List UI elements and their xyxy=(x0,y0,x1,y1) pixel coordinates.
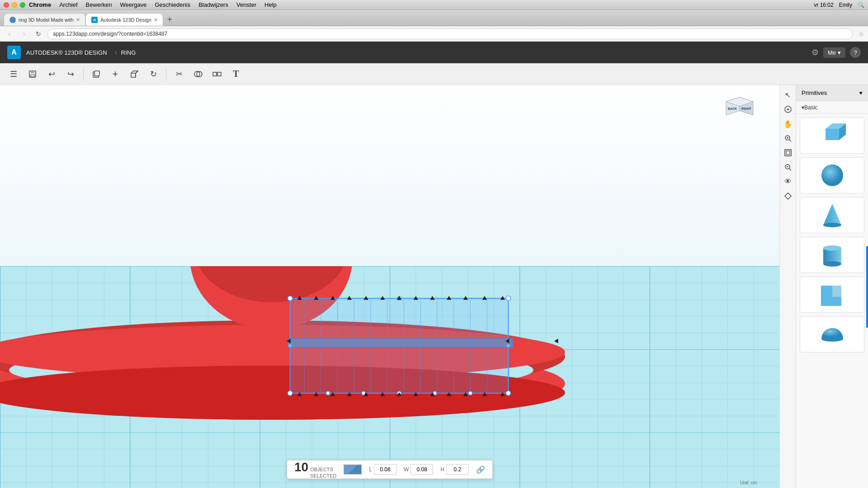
svg-point-18 xyxy=(0,366,565,420)
settings-icon[interactable]: ⚙ xyxy=(811,47,819,57)
chrome-tabs-bar: ring 3D Model Made with × A Autodesk 123… xyxy=(0,10,868,26)
app-brand: AUTODESK® 123D® DESIGN xyxy=(26,49,107,56)
combine-button[interactable] xyxy=(190,66,206,82)
svg-rect-86 xyxy=(786,151,790,155)
tab-close-ring[interactable]: × xyxy=(76,16,80,23)
tab-ring-3d[interactable]: ring 3D Model Made with × xyxy=(4,13,85,26)
section-title: Basic xyxy=(804,104,817,111)
cube-icon xyxy=(816,122,848,149)
address-bar[interactable]: apps.123dapp.com/design/?contentid=16384… xyxy=(47,28,853,39)
help-button[interactable]: ? xyxy=(850,47,861,58)
width-field: W 0.08 xyxy=(404,464,433,475)
menu-bewerken[interactable]: Bewerken xyxy=(86,1,112,8)
nav-forward-btn[interactable]: › xyxy=(18,28,30,40)
bookmark-star-icon[interactable]: ☆ xyxy=(859,30,864,38)
panel-section-basic: ▾ Basic xyxy=(796,101,868,114)
svg-rect-85 xyxy=(785,150,791,156)
tab-label-ring: ring 3D Model Made with xyxy=(19,17,74,23)
orbit-tool-btn[interactable] xyxy=(782,103,794,116)
svg-rect-9 xyxy=(217,72,221,76)
svg-line-88 xyxy=(789,169,791,170)
color-swatch[interactable] xyxy=(344,465,362,474)
length-field: L 0.08 xyxy=(369,464,396,475)
chrome-nav-bar: ‹ › ↻ apps.123dapp.com/design/?contentid… xyxy=(0,26,868,42)
canvas-area[interactable]: RIGHT BACK Unit: cm 10 OBJECTS SELECTED … xyxy=(0,85,779,488)
extrude-button[interactable] xyxy=(126,66,142,82)
panel-expand-icon[interactable]: ▾ xyxy=(859,89,863,96)
cylinder-icon xyxy=(816,241,848,268)
svg-rect-8 xyxy=(213,72,217,76)
menu-venster[interactable]: Venster xyxy=(236,1,256,8)
text-button[interactable]: T xyxy=(228,66,244,82)
tab-autodesk[interactable]: A Autodesk 123D Design × xyxy=(85,13,163,26)
unit-label: Unit: cm xyxy=(740,480,757,485)
length-value[interactable]: 0.08 xyxy=(374,464,396,475)
width-value[interactable]: 0.08 xyxy=(410,464,433,475)
menu-weergave[interactable]: Weergave xyxy=(120,1,146,8)
svg-point-98 xyxy=(823,261,841,267)
app-header: A AUTODESK® 123D® DESIGN \ RING ⚙ Me ▾ ? xyxy=(0,42,868,63)
window-controls[interactable] xyxy=(4,2,25,8)
minimize-window-btn[interactable] xyxy=(12,2,17,8)
svg-rect-4 xyxy=(94,71,99,76)
svg-rect-2 xyxy=(31,75,34,77)
svg-text:BACK: BACK xyxy=(728,107,737,110)
menu-button[interactable]: ☰ xyxy=(5,66,22,82)
mac-search-icon[interactable]: 🔍 xyxy=(858,2,864,8)
link-dimensions-icon[interactable]: 🔗 xyxy=(476,465,485,474)
primitive-cube[interactable] xyxy=(800,117,864,154)
zoom-in-tool-btn[interactable] xyxy=(782,132,794,145)
svg-point-95 xyxy=(823,223,841,227)
primitive-sphere[interactable] xyxy=(800,157,864,193)
me-button[interactable]: Me ▾ xyxy=(823,47,845,58)
header-right: ⚙ Me ▾ ? xyxy=(811,47,861,58)
url-text: apps.123dapp.com/design/?contentid=16384… xyxy=(53,31,167,37)
new-tab-btn[interactable]: + xyxy=(163,13,176,26)
objects-count: 10 xyxy=(294,460,308,474)
maximize-window-btn[interactable] xyxy=(20,2,25,8)
pan-tool-btn[interactable]: ✋ xyxy=(782,117,794,130)
material-btn[interactable] xyxy=(782,190,794,202)
copy-button[interactable] xyxy=(88,66,104,82)
viewport[interactable]: RIGHT BACK Unit: cm 10 OBJECTS SELECTED … xyxy=(0,85,779,488)
primitive-cone[interactable] xyxy=(800,197,864,233)
add-button[interactable]: + xyxy=(107,66,123,82)
objects-label: OBJECTS SELECTED xyxy=(310,467,336,479)
svg-rect-1 xyxy=(31,71,34,73)
project-name: RING xyxy=(121,49,136,56)
nav-cube[interactable]: RIGHT BACK xyxy=(722,90,758,127)
save-button[interactable] xyxy=(24,66,41,82)
tab-favicon-autodesk: A xyxy=(91,17,98,23)
undo-button[interactable]: ↩ xyxy=(43,66,60,82)
zoom-extents-btn[interactable] xyxy=(782,161,794,174)
menu-bladwijzers[interactable]: Bladwijzers xyxy=(198,1,228,8)
svg-line-82 xyxy=(789,140,791,141)
menu-chrome[interactable]: Chrome xyxy=(29,1,51,8)
height-value[interactable]: 0.2 xyxy=(446,464,469,475)
primitive-bracket[interactable] xyxy=(800,277,864,313)
view-toggle-btn[interactable]: 👁 xyxy=(782,175,794,188)
svg-point-97 xyxy=(823,245,841,251)
height-field: H 0.2 xyxy=(440,464,469,475)
nav-refresh-btn[interactable]: ↻ xyxy=(33,28,44,40)
tab-favicon-ring xyxy=(9,17,16,23)
mac-statusbar: vr 16:02 Emily 🔍 xyxy=(814,2,864,8)
nav-back-btn[interactable]: ‹ xyxy=(4,28,15,40)
viewport-floor xyxy=(0,266,779,488)
menu-help[interactable]: Help xyxy=(264,1,277,8)
tab-close-autodesk[interactable]: × xyxy=(154,16,158,23)
select-tool-btn[interactable]: ↖ xyxy=(782,89,794,101)
menu-geschiedenis[interactable]: Geschiedenis xyxy=(155,1,190,8)
fit-view-btn[interactable] xyxy=(782,146,794,159)
scissors-button[interactable]: ✂ xyxy=(171,66,187,82)
mac-menubar: Chrome Archief Bewerken Weergave Geschie… xyxy=(0,0,868,10)
close-window-btn[interactable] xyxy=(4,2,9,8)
menu-archief[interactable]: Archief xyxy=(59,1,77,8)
refresh-button[interactable]: ↻ xyxy=(145,66,161,82)
primitive-half-sphere[interactable] xyxy=(800,316,864,352)
group-button[interactable] xyxy=(209,66,225,82)
svg-marker-90 xyxy=(826,129,839,140)
redo-button[interactable]: ↪ xyxy=(62,66,79,82)
primitive-cylinder[interactable] xyxy=(800,237,864,273)
mac-time: vr 16:02 xyxy=(814,2,833,8)
